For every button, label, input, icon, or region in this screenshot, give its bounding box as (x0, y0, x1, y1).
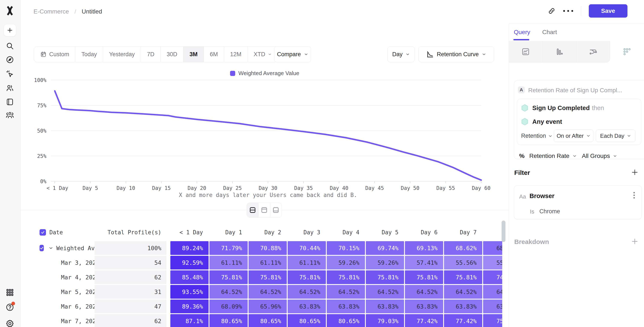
table-cell-total[interactable]: 47 (94, 300, 166, 313)
bar-chart-view-icon[interactable] (542, 41, 576, 62)
add-filter-icon[interactable] (631, 169, 638, 176)
range-6m[interactable]: 6M (204, 46, 224, 62)
filter-menu-icon[interactable] (634, 192, 635, 199)
new-report-button[interactable] (4, 24, 16, 36)
select-all-checkbox[interactable] (40, 229, 46, 236)
table-cell-value[interactable]: 69.74% (366, 241, 404, 255)
chart-type-dropdown[interactable]: Retention Curve (418, 46, 494, 62)
table-cell-value[interactable]: 89.36% (170, 300, 208, 313)
retention-line-chart[interactable]: 0%25%50%75%100%< 1 DayDay 5Day 10Day 15D… (20, 68, 509, 210)
table-scrollbar-thumb[interactable] (502, 221, 506, 242)
table-cell-value[interactable]: 75.81% (288, 270, 326, 284)
range-7d[interactable]: 7D (141, 46, 161, 62)
table-cell-value[interactable]: 87.1% (170, 314, 208, 327)
groups-dropdown[interactable]: All Groups (582, 153, 610, 159)
table-row-label[interactable]: Mar 4, 2023 (32, 270, 94, 284)
table-cell-value[interactable]: 63.83% (405, 300, 443, 313)
add-breakdown-icon[interactable] (631, 238, 638, 245)
breadcrumb-workspace[interactable]: E-Commerce (34, 8, 69, 15)
table-cell-total[interactable]: 62 (94, 314, 166, 327)
metric-dropdown[interactable]: Retention Rate (529, 153, 570, 159)
query-title[interactable]: Retention Rate of Sign Up Compl... (528, 87, 622, 94)
table-cell-value[interactable]: 64.52% (405, 285, 443, 299)
table-cell-value-clipped[interactable]: 63 (483, 300, 502, 313)
row-checkbox[interactable] (40, 245, 44, 251)
event-row-2[interactable]: Any event (521, 118, 562, 126)
layout-split-view-icon[interactable] (247, 203, 258, 217)
window-dropdown[interactable]: On or After (554, 130, 593, 142)
layout-chart-only-icon[interactable] (258, 203, 270, 217)
notebook-icon[interactable] (5, 97, 14, 107)
table-cell-value[interactable]: 92.59% (170, 256, 208, 270)
table-cell-value[interactable]: 64.52% (288, 285, 326, 299)
retention-grid-view-icon[interactable] (610, 41, 644, 62)
table-cell-value[interactable]: 63.83% (444, 300, 482, 313)
range-xtd[interactable]: XTD (248, 46, 278, 62)
table-cell-value[interactable]: 55.56% (444, 256, 482, 270)
table-cell-value[interactable]: 80.65% (288, 314, 326, 327)
table-cell-total[interactable]: 31 (94, 285, 166, 299)
users-icon[interactable] (5, 83, 14, 93)
table-row-label[interactable]: Mar 6, 2023 (32, 300, 94, 313)
layout-table-only-icon[interactable] (270, 203, 282, 217)
search-icon[interactable] (5, 41, 14, 51)
table-cell-value[interactable]: 75.81% (366, 270, 404, 284)
table-cell-value[interactable]: 89.24% (170, 241, 208, 255)
table-cell-value-clipped[interactable]: 75 (483, 314, 502, 327)
line-chart-view-icon[interactable] (509, 41, 542, 62)
table-row-label[interactable]: Mar 7, 2023 (32, 314, 94, 327)
more-options-icon[interactable] (563, 10, 573, 12)
table-cell-total[interactable]: 62 (94, 270, 166, 284)
table-cell-value[interactable]: 61.11% (288, 256, 326, 270)
table-cell-value[interactable]: 75.81% (405, 270, 443, 284)
table-cell-value[interactable]: 68.62% (444, 241, 482, 255)
table-cell-value[interactable]: 71.79% (210, 241, 248, 255)
table-cell-value[interactable]: 70.15% (327, 241, 365, 255)
table-cell-value[interactable]: 63.83% (366, 300, 404, 313)
breadcrumb-report-title[interactable]: Untitled (82, 8, 102, 15)
table-cell-value[interactable]: 64.52% (248, 285, 287, 299)
table-cell-value[interactable]: 79.03% (366, 314, 404, 327)
table-cell-value[interactable]: 75.81% (210, 270, 248, 284)
filter-operator[interactable]: Is (530, 208, 534, 215)
row-expand-chevron-icon[interactable] (48, 246, 53, 250)
range-3m[interactable]: 3M (184, 46, 204, 62)
table-cell-value[interactable]: 70.88% (248, 241, 287, 255)
table-cell-value[interactable]: 77.42% (444, 314, 482, 327)
table-cell-value[interactable]: 85.48% (170, 270, 208, 284)
table-cell-value[interactable]: 80.65% (248, 314, 287, 327)
event-row-1[interactable]: Sign Up Completedthen (521, 104, 604, 112)
table-cell-value[interactable]: 64.52% (210, 285, 248, 299)
flow-view-icon[interactable] (576, 41, 610, 62)
table-cell-value[interactable]: 80.65% (327, 314, 365, 327)
table-cell-value[interactable]: 63.83% (327, 300, 365, 313)
events-cursor-icon[interactable] (5, 69, 14, 79)
table-cell-value[interactable]: 80.65% (210, 314, 248, 327)
table-row-label[interactable]: Weighted Average ... (32, 241, 94, 255)
share-link-icon[interactable] (548, 7, 556, 15)
filter-value[interactable]: Chrome (540, 208, 560, 215)
compare-button[interactable]: Compare (274, 46, 311, 62)
retention-mode-dropdown[interactable]: Retention (521, 133, 552, 139)
table-row-label[interactable]: Mar 5, 2023 (32, 285, 94, 299)
range-yesterday[interactable]: Yesterday (103, 46, 141, 62)
table-cell-value[interactable]: 75.81% (444, 270, 482, 284)
tab-query[interactable]: Query (514, 29, 530, 40)
table-cell-value[interactable]: 75.81% (248, 270, 287, 284)
cohort-group-icon[interactable] (5, 110, 14, 120)
table-cell-value-clipped[interactable]: 64 (483, 285, 502, 299)
table-cell-value[interactable]: 59.26% (366, 256, 404, 270)
table-cell-value[interactable]: 65.96% (248, 300, 287, 313)
range-12m[interactable]: 12M (224, 46, 248, 62)
range-30d[interactable]: 30D (161, 46, 184, 62)
table-cell-total[interactable]: 54 (94, 256, 166, 270)
compass-icon[interactable] (5, 55, 14, 64)
range-today[interactable]: Today (76, 46, 103, 62)
filter-property[interactable]: Browser (530, 192, 554, 200)
granularity-dropdown[interactable]: Day (388, 46, 414, 62)
table-cell-value[interactable]: 63.83% (288, 300, 326, 313)
settings-gear-icon[interactable] (5, 319, 14, 327)
table-cell-value[interactable]: 68.09% (210, 300, 248, 313)
table-cell-value[interactable]: 70.44% (288, 241, 326, 255)
range-custom[interactable]: Custom (34, 46, 76, 62)
